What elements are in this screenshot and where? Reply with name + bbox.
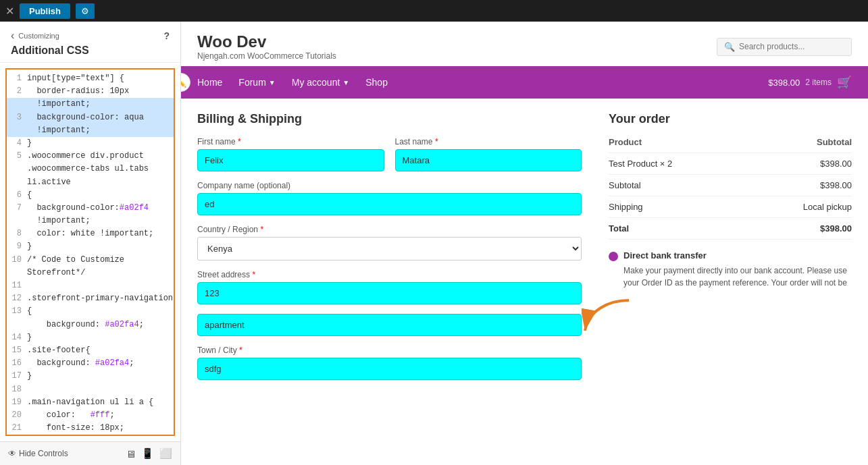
last-name-group: Last name * [395,137,582,171]
billing-title: Billing & Shipping [197,112,582,126]
code-line: 17 } [7,370,174,383]
mobile-icon-button[interactable]: ⬜ [159,447,172,460]
first-name-group: First name * [197,137,384,171]
publish-button[interactable]: Publish [20,3,70,19]
company-group: Company name (optional) [197,181,582,215]
code-line: 21 font-size: 18px; [7,422,174,435]
country-select[interactable]: Kenya [197,237,582,261]
city-group: Town / City * [197,346,582,380]
site-title: Woo Dev [197,32,336,51]
street-row: Street address * [197,270,582,304]
nav-items: Home Forum ▼ My account ▼ Shop [197,77,388,88]
help-button[interactable]: ? [163,30,170,41]
site-branding: Woo Dev Njengah.com WooCommerce Tutorial… [197,32,336,61]
first-name-input[interactable] [197,149,384,171]
hide-controls-label: Hide Controls [19,449,68,458]
sidebar: ‹ Customizing ? Additional CSS 1 input[t… [0,22,181,465]
code-line: 9 } [7,240,174,253]
search-box[interactable]: 🔍 [717,38,852,56]
eye-icon: 👁 [8,449,16,458]
code-line: 19 .main-navigation ul li a { [7,396,174,409]
css-code-editor[interactable]: 1 input[type="text"] { 2 border-radius: … [5,68,175,436]
order-total-label: Total [609,218,746,240]
tablet-icon-button[interactable]: 📱 [141,447,154,460]
device-icons: 🖥 📱 ⬜ [126,447,172,460]
code-line: 2 border-radius: 10px [7,85,174,98]
code-line: 14 } [7,331,174,344]
nav-myaccount[interactable]: My account ▼ [292,77,350,88]
code-line: 8 color: white !important; [7,227,174,240]
street-input[interactable] [197,282,582,304]
code-line: 1 input[type="text"] { [7,72,174,85]
code-line: 5 .woocommerce div.product [7,150,174,163]
code-line: li.active [7,176,174,189]
code-line: 12 .storefront-primary-navigation [7,292,174,305]
nav-shop[interactable]: Shop [365,77,388,88]
customizing-label: Customizing [18,32,59,40]
company-row: Company name (optional) [197,181,582,215]
order-row: Shipping Local pickup [609,196,852,218]
desktop-icon-button[interactable]: 🖥 [126,447,136,460]
sidebar-bottom: 👁 Hide Controls 🖥 📱 ⬜ [0,441,180,465]
city-label: Town / City * [197,346,582,355]
order-row-total: Total $398.00 [609,218,852,240]
country-row: Country / Region * Kenya [197,225,582,261]
cart-icon: 🛒 [837,75,852,90]
company-input[interactable] [197,193,582,215]
sidebar-back-button[interactable]: ‹ [11,30,14,42]
cart-items-count: 2 items [805,78,832,87]
order-subtotal: $398.00 [746,153,852,175]
last-name-input[interactable] [395,149,582,171]
code-line: background: #a02fa4; [7,319,174,331]
payment-desc: Make your payment directly into our bank… [623,265,852,289]
code-line: 16 background: #a02fa4; [7,357,174,370]
code-line: 13 { [7,305,174,318]
city-input[interactable] [197,358,582,380]
order-shipping: Local pickup [746,196,852,218]
required-star: * [239,346,242,355]
payment-label: Direct bank transfer [623,250,852,261]
payment-method: Direct bank transfer Make your payment d… [609,250,852,289]
sidebar-title: Additional CSS [11,45,170,57]
close-button[interactable]: ✕ [5,5,14,18]
hide-controls-button[interactable]: 👁 Hide Controls [8,449,68,458]
sidebar-customizing-row: ‹ Customizing ? [11,30,170,42]
radio-selected[interactable] [609,252,618,261]
site-tagline: Njengah.com WooCommerce Tutorials [197,51,336,61]
apartment-input[interactable] [197,314,582,336]
product-col-header: Product [609,132,746,153]
company-label: Company name (optional) [197,181,582,190]
nav-home[interactable]: Home [197,77,222,88]
code-line: 4 } [7,137,174,150]
order-product: Shipping [609,196,746,218]
nav-cart[interactable]: $398.00 2 items 🛒 [768,75,852,90]
gear-button[interactable]: ⚙ [76,3,95,19]
apartment-row [197,314,582,336]
required-star: * [238,137,241,146]
country-label: Country / Region * [197,225,582,234]
top-bar: ✕ Publish ⚙ [0,0,868,22]
arrow-annotation [582,297,636,339]
name-row: First name * Last name * [197,137,582,171]
country-group: Country / Region * Kenya [197,225,582,261]
code-line-highlighted: 3 background-color: aqua [7,111,174,124]
subtotal-col-header: Subtotal [746,132,852,153]
nav-forum[interactable]: Forum ▼ [238,77,275,88]
cart-price: $398.00 [768,78,800,88]
order-title: Your order [609,112,852,126]
content-area: Woo Dev Njengah.com WooCommerce Tutorial… [181,22,868,465]
city-row: Town / City * [197,346,582,380]
code-line-highlighted: !important; [7,124,174,137]
code-line: !important; [7,215,174,227]
order-product: Test Product × 2 [609,153,746,175]
site-nav: Home Forum ▼ My account ▼ Shop $398.00 2… [181,66,868,99]
order-row: Subtotal $398.00 [609,175,852,196]
site-header: Woo Dev Njengah.com WooCommerce Tutorial… [181,22,868,66]
required-star: * [252,270,255,279]
code-line: 10 /* Code to Customize [7,254,174,267]
code-line: 7 background-color:#a02f4 [7,202,174,215]
order-total-value: $398.00 [746,218,852,240]
street-label: Street address * [197,270,582,279]
search-input[interactable] [739,42,840,51]
code-line: !important; [7,98,174,111]
